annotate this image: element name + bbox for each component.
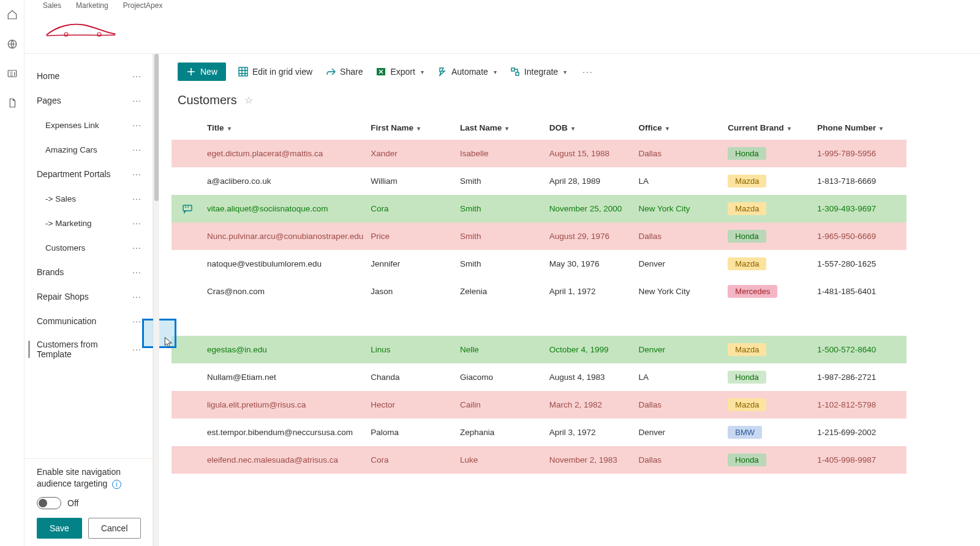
- share-button[interactable]: Share: [325, 64, 364, 79]
- home-icon[interactable]: [6, 9, 18, 21]
- col-phone[interactable]: Phone Number▾: [817, 116, 907, 140]
- sidebar-item[interactable]: Repair Shops···: [24, 284, 153, 309]
- save-button[interactable]: Save: [37, 518, 82, 539]
- cell-last: Smith: [460, 167, 549, 195]
- footer-buttons: Save Cancel: [37, 518, 143, 539]
- sidebar-item[interactable]: Expenses Link···: [24, 113, 153, 137]
- sidebar-item-ellipsis[interactable]: ···: [129, 94, 145, 107]
- col-office[interactable]: Office▾: [639, 116, 728, 140]
- toggle-knob: [39, 499, 47, 507]
- cell-phone: 1-215-699-2002: [817, 419, 907, 446]
- cell-brand: Mazda: [728, 250, 817, 278]
- cell-title: est.tempor.bibendum@neccursusa.com: [172, 419, 371, 446]
- sidebar-item[interactable]: Department Portals···: [24, 162, 153, 186]
- document-icon[interactable]: [6, 97, 18, 109]
- info-icon[interactable]: i: [112, 480, 121, 489]
- header-link-marketing[interactable]: Marketing: [76, 1, 108, 10]
- table-row[interactable]: Nullam@Etiam.netChandaGiacomoAugust 4, 1…: [172, 363, 907, 391]
- side-nav: Home···Pages···Expenses Link···Amazing C…: [24, 54, 153, 546]
- sidebar-item[interactable]: -> Marketing···: [24, 211, 153, 235]
- sidebar-item[interactable]: Communication···: [24, 309, 153, 333]
- sidebar-item-ellipsis[interactable]: ···: [129, 241, 145, 254]
- integrate-button[interactable]: Integrate ▾: [509, 64, 568, 79]
- sidebar-item-label: Pages: [37, 96, 61, 105]
- table-row[interactable]: vitae.aliquet@sociisnatoque.comCoraSmith…: [172, 195, 907, 222]
- table-row[interactable]: egestas@in.eduLinusNelleOctober 4, 1999D…: [172, 336, 907, 363]
- cell-last: Smith: [460, 250, 549, 278]
- excel-icon: [376, 67, 386, 77]
- sidebar-item-ellipsis[interactable]: ···: [129, 266, 145, 278]
- app-root: Sales Marketing ProjectApex Home···Pages…: [0, 0, 980, 546]
- cell-office: New York City: [639, 195, 728, 222]
- table-row[interactable]: natoque@vestibulumlorem.eduJenniferSmith…: [172, 250, 907, 278]
- table-row[interactable]: eleifend.nec.malesuada@atrisus.caCoraLuk…: [172, 446, 907, 474]
- car-logo-icon: [44, 20, 118, 39]
- svg-rect-4: [239, 67, 247, 76]
- cancel-button[interactable]: Cancel: [88, 518, 141, 539]
- svg-rect-6: [511, 68, 514, 71]
- table-row[interactable]: ligula.elit.pretium@risus.caHectorCailin…: [172, 391, 907, 419]
- comment-icon[interactable]: [183, 204, 192, 214]
- globe-icon[interactable]: [6, 38, 18, 50]
- sidebar-item[interactable]: Amazing Cars···: [24, 137, 153, 162]
- brand-pill: Honda: [728, 453, 766, 466]
- sidebar-item-ellipsis[interactable]: ···: [129, 192, 145, 205]
- list-title-row: Customers ☆: [172, 89, 980, 116]
- table-row[interactable]: eget.dictum.placerat@mattis.caXanderIsab…: [172, 140, 907, 167]
- cell-first: Linus: [371, 336, 460, 363]
- col-dob[interactable]: DOB▾: [549, 116, 639, 140]
- favorite-star-icon[interactable]: ☆: [244, 94, 253, 106]
- header-link-sales[interactable]: Sales: [43, 1, 61, 10]
- sidebar-item[interactable]: Customers from Template···: [24, 333, 153, 365]
- sidebar-item-ellipsis[interactable]: ···: [129, 70, 145, 82]
- brand-pill: Mazda: [728, 398, 766, 411]
- table-body: eget.dictum.placerat@mattis.caXanderIsab…: [172, 140, 907, 474]
- cell-phone: 1-557-280-1625: [817, 250, 907, 278]
- cell-title: eget.dictum.placerat@mattis.ca: [172, 140, 371, 167]
- sidebar-item-ellipsis[interactable]: ···: [129, 217, 145, 229]
- sidebar-item[interactable]: Customers···: [24, 235, 153, 260]
- brand-pill: Mazda: [728, 175, 766, 188]
- col-title[interactable]: Title▾: [172, 116, 371, 140]
- sidebar-item[interactable]: -> Sales···: [24, 186, 153, 211]
- sidebar-item[interactable]: Pages···: [24, 88, 153, 113]
- plus-icon: [186, 67, 196, 77]
- edit-grid-button[interactable]: Edit in grid view: [237, 64, 314, 79]
- audience-toggle[interactable]: [37, 497, 61, 509]
- cell-brand: Honda: [728, 140, 817, 167]
- sidebar-item[interactable]: Home···: [24, 64, 153, 88]
- sidebar-item-ellipsis[interactable]: ···: [129, 143, 145, 156]
- site-header: Sales Marketing ProjectApex: [24, 0, 980, 54]
- new-button[interactable]: New: [178, 63, 226, 81]
- cell-phone: 1-813-718-6669: [817, 167, 907, 195]
- col-last-name[interactable]: Last Name▾: [460, 116, 549, 140]
- sidebar-item-label: Department Portals: [37, 169, 111, 179]
- nav-scrollbar-thumb[interactable]: [154, 54, 159, 201]
- table-row[interactable]: est.tempor.bibendum@neccursusa.comPaloma…: [172, 419, 907, 446]
- col-first-name[interactable]: First Name▾: [371, 116, 460, 140]
- nav-scrollbar[interactable]: [153, 54, 159, 546]
- brand-pill: Honda: [728, 230, 766, 243]
- col-brand[interactable]: Current Brand▾: [728, 116, 817, 140]
- cell-dob: November 2, 1983: [549, 446, 639, 474]
- cell-last: Isabelle: [460, 140, 549, 167]
- cell-first: Xander: [371, 140, 460, 167]
- table-header-row: Title▾ First Name▾ Last Name▾ DOB▾ Offic…: [172, 116, 907, 140]
- table-row[interactable]: Cras@non.comJasonZeleniaApril 1, 1972New…: [172, 278, 907, 305]
- table-row[interactable]: Nunc.pulvinar.arcu@conubianostraper.eduP…: [172, 222, 907, 250]
- sidebar-item-ellipsis[interactable]: ···: [129, 119, 145, 131]
- news-icon[interactable]: [6, 67, 18, 80]
- brand-pill: Mazda: [728, 202, 766, 215]
- toolbar-more-button[interactable]: ···: [579, 64, 597, 79]
- header-link-projectapex[interactable]: ProjectApex: [123, 1, 163, 10]
- sidebar-item[interactable]: Brands···: [24, 260, 153, 284]
- table-row[interactable]: a@aclibero.co.ukWilliamSmithApril 28, 19…: [172, 167, 907, 195]
- cell-phone: 1-987-286-2721: [817, 363, 907, 391]
- sidebar-item-ellipsis[interactable]: ···: [129, 168, 145, 180]
- table-wrap[interactable]: Title▾ First Name▾ Last Name▾ DOB▾ Offic…: [172, 116, 980, 546]
- automate-button[interactable]: Automate ▾: [436, 64, 498, 79]
- sidebar-item-ellipsis[interactable]: ···: [129, 290, 145, 303]
- export-button[interactable]: Export ▾: [375, 64, 424, 79]
- cell-office: Dallas: [639, 140, 728, 167]
- site-logo[interactable]: [43, 13, 119, 45]
